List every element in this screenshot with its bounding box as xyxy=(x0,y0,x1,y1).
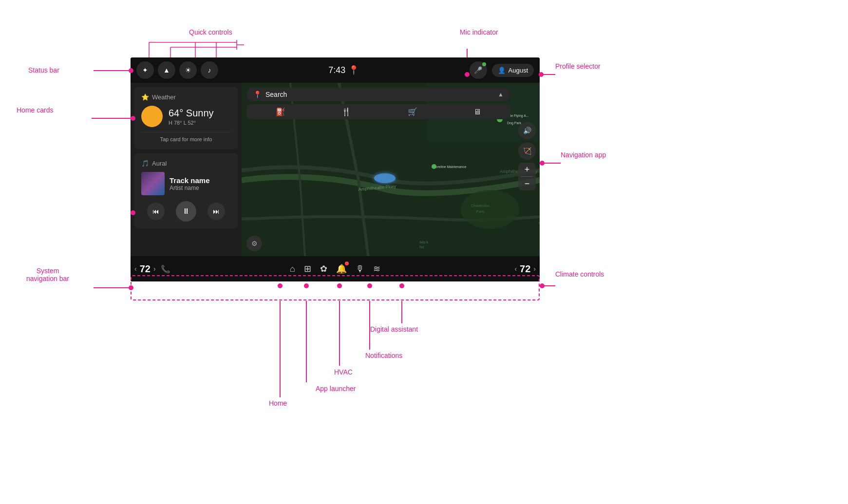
profile-name: August xyxy=(509,67,528,74)
mic-indicator-button[interactable]: 🎤 xyxy=(470,61,487,79)
climate-controls-dot xyxy=(540,283,545,288)
notifications-button[interactable]: 🔔 xyxy=(336,263,347,274)
weather-highlow: H 78° L 52° xyxy=(169,120,214,126)
svg-point-15 xyxy=(432,164,436,169)
zoom-in-button[interactable]: + xyxy=(518,163,536,176)
status-bar-label: Status bar xyxy=(28,66,59,74)
mic-indicator-label: Mic indicator xyxy=(460,28,498,36)
weather-main: 64° Sunny H 78° L 52° xyxy=(141,106,231,127)
music-card[interactable]: 🎵 Aural Track name Artist name ⏮ ⏸ ⏭ xyxy=(134,153,238,228)
home-connector-v xyxy=(280,301,281,397)
home-button[interactable]: ⌂ xyxy=(290,264,295,274)
weather-label: Weather xyxy=(152,93,176,101)
digital-assistant-label: Digital assistant xyxy=(370,325,418,333)
status-bar-right: 🎤 👤 August xyxy=(470,61,534,79)
nav-center-icons: ⌂ ⊞ ✿ 🔔 🎙 ≋ xyxy=(189,263,481,274)
notifications-dot xyxy=(367,283,372,288)
ui-container: ✦ ▲ ☀ ♪ 7:43 📍 🎤 👤 August xyxy=(131,57,540,281)
phone-fan-button[interactable]: ≋ xyxy=(373,263,380,274)
map-controls: 🔊 🏹 + − xyxy=(518,122,536,190)
navigation-app-dot xyxy=(540,161,545,166)
home-cards-dot xyxy=(131,116,135,121)
svg-text:Alta A: Alta A xyxy=(419,241,429,244)
zoom-out-button[interactable]: − xyxy=(518,177,536,190)
poi-categories-bar: ⛽ 🍴 🛒 🖥 xyxy=(246,104,510,119)
phone-call-icon[interactable]: 📞 xyxy=(161,264,170,274)
svg-text:Rd: Rd xyxy=(419,245,424,249)
climate-controls-label: Climate controls xyxy=(555,270,604,278)
navigation-app-label: Navigation app xyxy=(561,151,606,159)
search-bar-container: 📍 Search ▲ ⛽ 🍴 🛒 🖥 xyxy=(246,88,510,119)
left-panel: ⭐ Weather 64° Sunny H 78° L 52° Tap card… xyxy=(131,83,242,256)
profile-selector-button[interactable]: 👤 August xyxy=(492,64,534,77)
mic-indicator-dot xyxy=(465,72,470,77)
climate-right-temp: 72 xyxy=(520,263,530,275)
map-settings-button[interactable]: ⚙ xyxy=(246,236,262,251)
status-bar-dot xyxy=(129,68,133,73)
quick-controls-label: Quick controls xyxy=(189,28,232,36)
status-bar-connector-h xyxy=(94,70,131,71)
sound-button[interactable]: 🔊 xyxy=(518,122,536,139)
hvac-dot xyxy=(337,283,342,288)
navigation-arrow-button[interactable]: 🏹 xyxy=(518,142,536,160)
prev-track-button[interactable]: ⏮ xyxy=(147,203,165,220)
gas-station-icon[interactable]: ⛽ xyxy=(276,107,285,116)
notifications-label: Notifications xyxy=(365,352,402,359)
navigation-app-area[interactable]: Amphitheatre Pkwy Amphitheatre Pkwy Char… xyxy=(242,83,540,256)
music-app-title: 🎵 Aural xyxy=(141,160,231,167)
weather-tap-info: Tap card for more info xyxy=(141,132,231,142)
system-navigation-bar: ‹ 72 › 📞 ⌂ ⊞ ✿ 🔔 🎙 ≋ ‹ 72 › xyxy=(131,256,540,281)
home-cards-connector-h xyxy=(92,118,131,119)
aural-track-dot xyxy=(131,210,135,215)
search-input-row[interactable]: 📍 Search ▲ xyxy=(246,88,510,101)
parking-icon[interactable]: 🖥 xyxy=(473,108,481,116)
location-icon: 📍 xyxy=(348,65,359,75)
climate-left-control: ‹ 72 › 📞 xyxy=(131,263,189,275)
hvac-label: HVAC xyxy=(334,368,353,376)
maps-pin-icon: 📍 xyxy=(253,91,262,98)
album-art xyxy=(141,172,165,195)
weather-temperature: 64° Sunny xyxy=(169,108,214,119)
climate-left-temp: 72 xyxy=(140,263,151,275)
climate-right-control: ‹ 72 › xyxy=(481,263,540,275)
svg-text:Charleston Rd: Charleston Rd xyxy=(539,221,540,225)
climate-left-increase-button[interactable]: › xyxy=(153,265,156,273)
app-launcher-connector-v xyxy=(306,301,307,382)
status-bar-left: ✦ ▲ ☀ ♪ xyxy=(136,61,218,79)
search-chevron-icon: ▲ xyxy=(498,91,504,98)
climate-right-decrease-button[interactable]: ‹ xyxy=(514,265,517,273)
system-nav-bar-label: Systemnavigation bar xyxy=(26,267,69,282)
app-launcher-dot xyxy=(304,283,309,288)
next-track-button[interactable]: ⏭ xyxy=(207,203,225,220)
hvac-button[interactable]: ✿ xyxy=(320,263,327,274)
profile-selector-label: Profile selector xyxy=(555,62,601,70)
mic-active-dot xyxy=(482,62,486,66)
svg-point-6 xyxy=(461,190,519,229)
brightness-icon[interactable]: ☀ xyxy=(179,61,197,79)
profile-selector-dot xyxy=(539,72,544,77)
notification-badge xyxy=(345,261,349,265)
bluetooth-icon[interactable]: ✦ xyxy=(136,61,154,79)
main-content: ⭐ Weather 64° Sunny H 78° L 52° Tap card… xyxy=(131,83,540,256)
zoom-control: + − xyxy=(518,163,536,190)
assistant-connector-v xyxy=(401,301,402,323)
home-nav-label: Home xyxy=(269,399,287,407)
app-launcher-button[interactable]: ⊞ xyxy=(304,263,311,274)
shopping-icon[interactable]: 🛒 xyxy=(408,107,417,116)
signal-icon[interactable]: ▲ xyxy=(158,61,175,79)
restaurant-icon[interactable]: 🍴 xyxy=(341,107,351,116)
track-name: Track name xyxy=(170,176,210,185)
home-cards-label: Home cards xyxy=(17,106,53,114)
volume-icon[interactable]: ♪ xyxy=(201,61,218,79)
weather-card[interactable]: ⭐ Weather 64° Sunny H 78° L 52° Tap card… xyxy=(134,87,238,149)
track-details: Track name Artist name xyxy=(170,176,210,191)
home-nav-dot xyxy=(278,283,283,288)
profile-icon: 👤 xyxy=(498,67,506,74)
climate-right-increase-button[interactable]: › xyxy=(533,265,536,273)
climate-left-decrease-button[interactable]: ‹ xyxy=(134,265,137,273)
digital-assistant-button[interactable]: 🎙 xyxy=(356,264,364,274)
pause-button[interactable]: ⏸ xyxy=(176,201,196,222)
svg-text:Charleston: Charleston xyxy=(471,204,490,208)
status-bar-center: 7:43 📍 xyxy=(218,65,470,75)
svg-text:Shoreline Maintenance: Shoreline Maintenance xyxy=(432,165,467,168)
